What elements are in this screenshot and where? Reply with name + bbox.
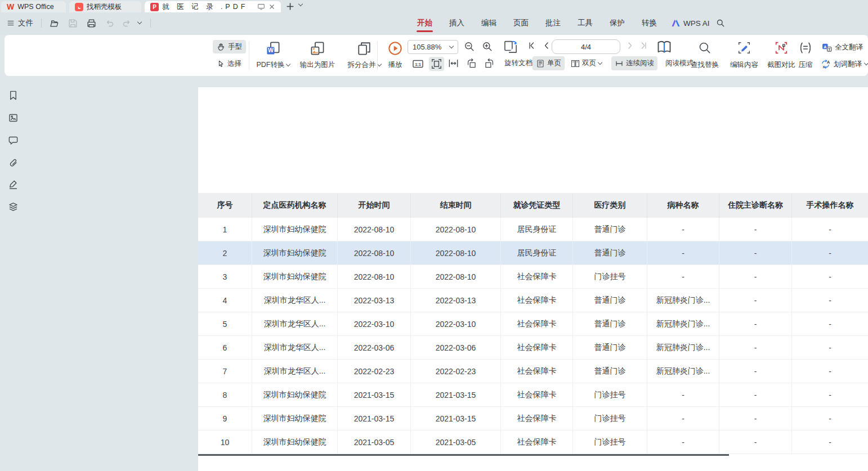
- redo-icon[interactable]: [122, 19, 131, 28]
- last-page-icon[interactable]: [639, 42, 647, 50]
- tab-docer-templates[interactable]: 找稻壳模板: [69, 1, 141, 12]
- open-file-icon[interactable]: [50, 19, 59, 28]
- table-row[interactable]: 3深圳市妇幼保健院2022-08-102022-08-10社会保障卡门诊挂号--…: [198, 265, 868, 289]
- table-cell: -: [792, 383, 868, 407]
- table-cell: 居民身份证: [501, 241, 573, 265]
- edit-content-button[interactable]: 编辑内容: [726, 40, 762, 71]
- table-row[interactable]: 2深圳市妇幼保健院2022-08-102022-08-10居民身份证普通门诊--…: [198, 241, 868, 265]
- table-cell: 深圳市龙华区人...: [252, 336, 338, 360]
- menu-tab[interactable]: 开始: [409, 12, 441, 34]
- word-translate-button[interactable]: xA 划词翻译: [821, 57, 868, 71]
- save-icon[interactable]: [68, 19, 78, 28]
- play-button[interactable]: 播放: [383, 40, 408, 71]
- history-chevron-icon[interactable]: [137, 20, 142, 24]
- table-row[interactable]: 5深圳市龙华区人...2022-03-102022-03-10社会保障卡普通门诊…: [198, 312, 868, 336]
- menu-tab[interactable]: 保护: [601, 12, 633, 34]
- table-cell: -: [719, 360, 792, 383]
- menu-tab[interactable]: 批注: [537, 12, 569, 34]
- page-number-input[interactable]: [552, 39, 620, 54]
- page-arrange-icon[interactable]: [503, 39, 518, 54]
- monitor-icon[interactable]: [257, 3, 265, 11]
- table-cell: 2022-03-10: [411, 312, 501, 336]
- attachment-icon[interactable]: [7, 156, 19, 169]
- tab-document-active[interactable]: P 就 医 记 录 .PDF: [145, 1, 281, 12]
- table-cell: 普通门诊: [573, 241, 647, 265]
- tab-list-chevron-icon[interactable]: [298, 2, 303, 6]
- fit-width-icon[interactable]: [448, 58, 459, 69]
- bookmark-icon[interactable]: [7, 89, 19, 101]
- new-tab-button[interactable]: [286, 2, 294, 11]
- table-cell: 深圳市妇幼保健院: [252, 430, 338, 454]
- chevron-down-icon: [598, 60, 602, 64]
- menu-tab[interactable]: 插入: [441, 12, 473, 34]
- rotate-right-icon[interactable]: [484, 58, 495, 69]
- find-replace-button[interactable]: 查找替换: [687, 40, 723, 71]
- pdf-convert-button[interactable]: W PDF转换: [253, 40, 293, 71]
- print-icon[interactable]: [87, 19, 96, 28]
- table-row[interactable]: 1深圳市妇幼保健院2022-08-102022-08-10居民身份证普通门诊--…: [198, 218, 868, 241]
- search-icon[interactable]: [716, 19, 725, 28]
- table-cell: 9: [198, 407, 252, 430]
- select-tool-button[interactable]: 选择: [213, 57, 245, 70]
- hand-tool-button[interactable]: 手型: [213, 40, 246, 53]
- zoom-out-icon[interactable]: [464, 41, 475, 52]
- zoom-level-select[interactable]: 105.88%: [408, 40, 458, 54]
- file-menu-button[interactable]: 文件: [18, 18, 33, 28]
- double-page-button[interactable]: 双页: [567, 56, 605, 70]
- table-cell: 社会保障卡: [501, 265, 573, 289]
- horizontal-scrollbar[interactable]: [198, 454, 729, 456]
- split-merge-icon: [357, 41, 372, 56]
- compress-button[interactable]: 压缩: [793, 40, 818, 71]
- split-merge-button[interactable]: 拆分合并: [342, 40, 386, 71]
- table-row[interactable]: 4深圳市龙华区人...2022-03-132022-03-13社会保障卡普通门诊…: [198, 289, 868, 312]
- menu-tab[interactable]: 工具: [569, 12, 601, 34]
- table-row[interactable]: 8深圳市妇幼保健院2021-03-152021-03-15社会保障卡门诊挂号--…: [198, 383, 868, 407]
- screenshot-compare-label: 截图对比: [767, 60, 795, 70]
- first-page-icon[interactable]: [528, 42, 536, 50]
- table-cell: -: [647, 430, 719, 454]
- table-cell: 普通门诊: [573, 360, 647, 383]
- single-page-button[interactable]: 单页: [533, 56, 565, 70]
- tab-label: WPS Office: [17, 3, 53, 11]
- export-image-icon: [310, 41, 325, 56]
- rotate-document-button[interactable]: 旋转文档: [501, 56, 536, 70]
- table-row[interactable]: 9深圳市妇幼保健院2021-03-152021-03-15社会保障卡门诊挂号--…: [198, 407, 868, 430]
- tab-label: 就 医 记 录 .PDF: [162, 2, 248, 12]
- full-translate-button[interactable]: A 全文翻译: [822, 41, 863, 54]
- next-page-icon[interactable]: [626, 42, 634, 50]
- table-cell: 深圳市龙华区人...: [252, 289, 338, 312]
- separator: [41, 19, 42, 28]
- rotate-left-icon[interactable]: [466, 58, 477, 69]
- zoom-in-icon[interactable]: [482, 41, 493, 52]
- comment-panel-icon[interactable]: [7, 134, 19, 146]
- export-image-button[interactable]: 输出为图片: [295, 40, 340, 71]
- fit-page-icon[interactable]: [429, 57, 444, 71]
- svg-text:1:1: 1:1: [415, 62, 421, 67]
- table-cell: -: [792, 289, 868, 312]
- continuous-read-button[interactable]: 连续阅读: [611, 56, 657, 70]
- table-cell: -: [792, 265, 868, 289]
- table-row[interactable]: 7深圳市龙华区人...2022-02-232022-02-23社会保障卡普通门诊…: [198, 360, 868, 383]
- one-to-one-icon[interactable]: 1:1: [412, 58, 424, 70]
- close-icon[interactable]: [269, 3, 275, 10]
- table-row[interactable]: 6深圳市龙华区人...2022-03-062022-03-06社会保障卡普通门诊…: [198, 336, 868, 360]
- column-header: 就诊凭证类型: [501, 193, 573, 218]
- table-cell: 2022-08-10: [338, 241, 411, 265]
- signature-icon[interactable]: [7, 178, 19, 190]
- word-translate-label: 划词翻译: [834, 60, 862, 69]
- table-row[interactable]: 10深圳市妇幼保健院2021-03-052021-03-05社会保障卡门诊挂号-…: [198, 430, 868, 454]
- find-replace-label: 查找替换: [691, 60, 719, 70]
- table-cell: 门诊挂号: [573, 407, 647, 430]
- continuous-read-icon: [615, 59, 624, 68]
- prev-page-icon[interactable]: [543, 42, 551, 50]
- thumbnail-panel-icon[interactable]: [7, 111, 19, 124]
- menu-tab[interactable]: 转换: [633, 12, 665, 34]
- table-cell: -: [792, 218, 868, 241]
- undo-icon[interactable]: [105, 19, 114, 28]
- read-mode-book-icon[interactable]: [656, 39, 672, 55]
- menu-tab[interactable]: 编辑: [473, 12, 505, 34]
- menu-tab[interactable]: 页面: [505, 12, 537, 34]
- wps-ai-button[interactable]: WPS AI: [671, 12, 710, 34]
- layers-icon[interactable]: [7, 200, 19, 213]
- tab-wps-office[interactable]: W WPS Office: [1, 1, 66, 12]
